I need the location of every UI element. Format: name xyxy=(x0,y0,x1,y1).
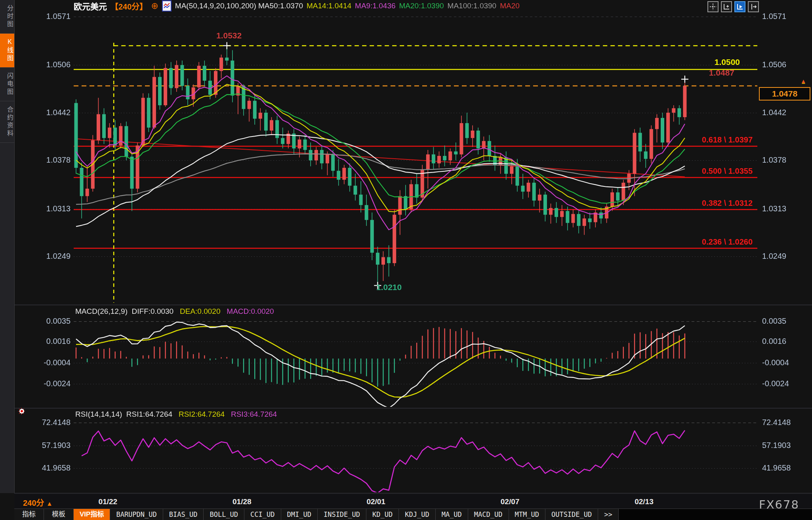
alert-dot-glyph xyxy=(21,410,23,412)
chart-type-sidebar: 分时图 K线图 闪电图 合约资料 xyxy=(0,0,15,493)
macd-dea-value: DEA:0.0020 xyxy=(180,307,220,315)
chart-header: 欧元美元 【240分】 ⊕ MA(50,14,9,20,100,200) MA5… xyxy=(74,0,520,12)
period-up-arrow-icon: ▲ xyxy=(46,500,53,507)
toolbar-tab-BOLL_UD[interactable]: BOLL_UD xyxy=(204,509,244,520)
sidebar-item-contract-info[interactable]: 合约资料 xyxy=(0,101,14,143)
toolbar-tab-OUTSIDE_UD[interactable]: OUTSIDE_UD xyxy=(545,509,598,520)
period-selector[interactable]: 240分 ▲ xyxy=(23,497,53,508)
ma-readout-ma100: MA100:1.0390 xyxy=(448,2,497,10)
fib-label-618: 0.618 \ 1.0397 xyxy=(702,135,753,144)
recent-high-label: 1.0487 xyxy=(709,68,734,78)
rsi2-value: RSI2:64.7264 xyxy=(179,410,225,418)
rsi3-value: RSI3:64.7264 xyxy=(231,410,277,418)
current-price-box: 1.0478 xyxy=(759,87,810,101)
alert-icon[interactable]: ✳ xyxy=(17,407,27,416)
rsi-params: RSI(14,14,14) xyxy=(75,410,122,418)
toolbar-tab-BIAS_UD[interactable]: BIAS_UD xyxy=(163,509,204,520)
date-label-02-01: 02/01 xyxy=(366,497,385,506)
ma-readout-main: MA(50,14,9,20,100,200) MA50:1.0370 xyxy=(175,2,303,10)
rsi-readout: RSI(14,14,14) RSI1:64.7264 RSI2:64.7264 … xyxy=(75,410,277,419)
axis-zoom-icon[interactable] xyxy=(721,1,732,12)
sidebar-item-candle-chart[interactable]: K线图 xyxy=(0,34,14,68)
period-badge[interactable]: 【240分】 xyxy=(111,0,147,12)
chart-toolbar-icons xyxy=(707,1,759,12)
date-label-02-07: 02/07 xyxy=(501,497,520,506)
ma-readout-ma9: MA9:1.0436 xyxy=(355,2,395,10)
yellow-level-label: 1.0500 xyxy=(715,57,740,67)
toolbar-tab-MACD_UD[interactable]: MACD_UD xyxy=(468,509,509,520)
low-price-label: 1.0210 xyxy=(376,283,402,292)
toolbar-tab-MA_UD[interactable]: MA_UD xyxy=(436,509,468,520)
period-selector-label: 240分 xyxy=(23,499,44,507)
toolbar-tab-VIP[interactable]: VIP指标 xyxy=(74,509,110,520)
mini-chart-glyph xyxy=(164,2,170,9)
macd-hist-value: MACD:0.0020 xyxy=(227,307,274,315)
toolbar-tab-KD_UD[interactable]: KD_UD xyxy=(366,509,399,520)
time-axis-row: 240分 ▲ 01/2201/2802/0102/0702/13 xyxy=(14,494,812,509)
toolbar-tab-KDJ_UD[interactable]: KDJ_UD xyxy=(399,509,435,520)
fib-label-382: 0.382 \ 1.0312 xyxy=(702,199,753,208)
toolbar-tab-DMI_UD[interactable]: DMI_UD xyxy=(281,509,318,520)
chart-canvas[interactable] xyxy=(0,0,812,520)
macd-diff-value: DIFF:0.0030 xyxy=(132,307,174,315)
macd-readout: MACD(26,12,9) DIFF:0.0030 DEA:0.0020 MAC… xyxy=(75,307,274,316)
sidebar-item-lightning-chart[interactable]: 闪电图 xyxy=(0,68,14,101)
toolbar-tab-BARUPDN_UD[interactable]: BARUPDN_UD xyxy=(110,509,163,520)
chart-style-icon[interactable] xyxy=(162,0,172,11)
peak-price-label: 1.0532 xyxy=(216,31,242,40)
date-label-01-28: 01/28 xyxy=(233,497,252,506)
toolbar-tab-CCI_UD[interactable]: CCI_UD xyxy=(244,509,281,520)
macd-params: MACD(26,12,9) xyxy=(75,307,128,315)
price-arrow-icon: ▲ xyxy=(801,78,806,84)
ma-readout-ma14: MA14:1.0414 xyxy=(307,2,351,10)
toolbar-tab-INSIDE_UD[interactable]: INSIDE_UD xyxy=(318,509,366,520)
ma-readout-ma20-red: MA20 xyxy=(500,2,520,10)
ma-readout-ma20: MA20:1.0390 xyxy=(399,2,444,10)
date-label-02-13: 02/13 xyxy=(635,497,654,506)
shift-axis-icon[interactable] xyxy=(748,1,759,12)
sidebar-item-time-chart[interactable]: 分时图 xyxy=(0,0,14,34)
axis-play-icon[interactable] xyxy=(734,1,745,12)
symbol-title: 欧元美元 xyxy=(74,0,107,12)
circle-plus-icon[interactable]: ⊕ xyxy=(151,2,158,10)
rsi1-value: RSI1:64.7264 xyxy=(126,410,172,418)
date-label-01-22: 01/22 xyxy=(99,497,118,506)
toolbar-tab-more[interactable]: 指标 xyxy=(14,509,44,520)
toolbar-tab-more[interactable]: >> xyxy=(598,509,618,520)
toolbar-tab-more[interactable]: 模板 xyxy=(44,509,74,520)
pan-crosshair-icon[interactable] xyxy=(707,1,719,12)
trading-app-window: 分时图 K线图 闪电图 合约资料 欧元美元 【240分】 ⊕ MA(50,14,… xyxy=(0,0,812,520)
fib-label-500: 0.500 \ 1.0355 xyxy=(702,167,753,176)
toolbar-tab-MTM_UD[interactable]: MTM_UD xyxy=(509,509,545,520)
fib-label-236: 0.236 \ 1.0260 xyxy=(702,237,753,247)
indicator-toolbar: 指标模板VIP指标BARUPDN_UDBIAS_UDBOLL_UDCCI_UDD… xyxy=(14,509,812,520)
